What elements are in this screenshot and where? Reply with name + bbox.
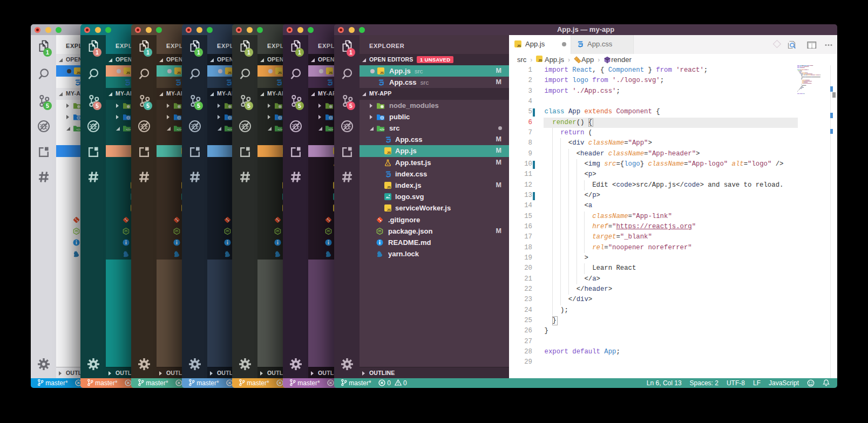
svg-text:</>: </> [126,127,131,131]
svg-text:</>: </> [177,127,181,131]
svg-text:</>: </> [277,127,282,131]
svg-text:</>: </> [328,127,333,131]
svg-text:</>: </> [379,127,384,131]
